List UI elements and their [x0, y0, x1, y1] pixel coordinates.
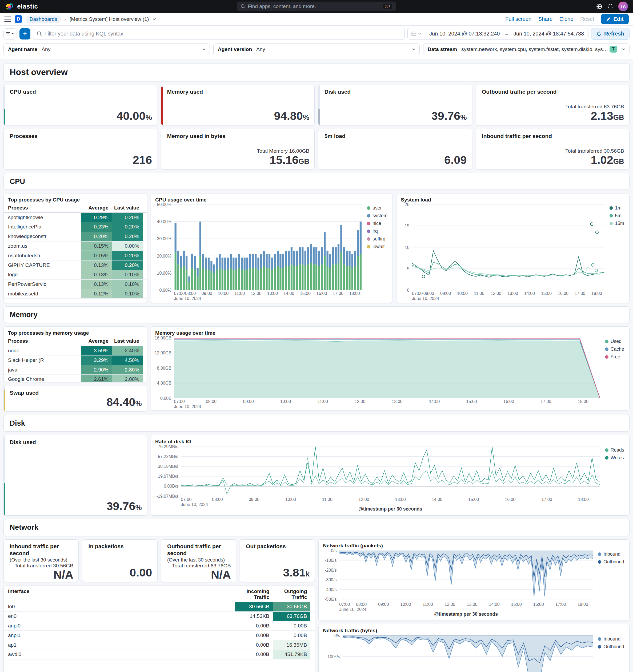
legend-item[interactable]: user	[367, 205, 387, 211]
table-row[interactable]: knowledgeconstr0.20%0.20%	[4, 232, 147, 242]
dashboard-controls: Agent name Any Agent version Any Data st…	[0, 42, 633, 60]
legend-item[interactable]: Writes	[605, 455, 624, 461]
row-name: spotlightknowle	[8, 213, 81, 222]
table-row[interactable]: en014.53KB63.76GB	[4, 612, 314, 621]
elastic-logo[interactable]	[5, 2, 14, 11]
table-row[interactable]: Slack Helper (R3.29%4.50%	[4, 356, 147, 365]
legend-item[interactable]: Outbound	[598, 644, 624, 650]
table-row[interactable]: java2.90%2.80%	[4, 365, 147, 375]
edit-button[interactable]: Edit	[601, 14, 629, 24]
legend-item[interactable]: system	[367, 213, 387, 219]
metric-memory-bytes[interactable]: Memory used in bytes Total Memory 16.00G…	[161, 129, 314, 169]
metric-5m-load[interactable]: 5m load 6.09	[318, 129, 472, 169]
control-agent-version[interactable]: Agent version Any	[213, 43, 420, 55]
legend-item[interactable]: nice	[367, 221, 387, 226]
refresh-button[interactable]: Refresh	[591, 28, 630, 40]
table-row[interactable]: awdl00.00B451.79KB	[4, 650, 314, 659]
legend-item[interactable]: iowait	[367, 244, 387, 249]
kql-input[interactable]	[45, 31, 401, 37]
metric-out-packetloss[interactable]: Out packetloss 3.81k	[240, 539, 315, 582]
system-load-chart[interactable]: 0510152007:00June 10, 202408:0009:0010:0…	[401, 205, 625, 300]
table-row[interactable]: node3.59%2.40%	[4, 346, 147, 356]
table-row[interactable]: Google Chrome2.61%2.00%	[4, 375, 147, 382]
metric-outbound-traffic[interactable]: Outbound traffic per second Total transf…	[476, 85, 630, 125]
legend-item[interactable]: Used	[605, 339, 624, 344]
filter-menu-button[interactable]	[3, 28, 17, 40]
legend-item[interactable]: 15m	[610, 221, 624, 226]
control-data-stream[interactable]: Data stream system.network, system.cpu, …	[423, 43, 630, 55]
row-value: 3.59%	[81, 346, 112, 356]
x-axis-note: @timestamp per 30 seconds	[181, 506, 600, 513]
full-screen-link[interactable]: Full screen	[505, 16, 531, 22]
table-row[interactable]: spotlightknowle0.29%0.20%	[4, 213, 147, 222]
table-row[interactable]: GIPHY CAPTURE0.13%0.20%	[4, 261, 147, 270]
legend-item[interactable]: Inbound	[598, 636, 624, 642]
chart-plot-area[interactable]	[174, 338, 600, 398]
chart-plot-area[interactable]	[174, 205, 362, 290]
breadcrumb-current: [Metrics System] Host overview (1)	[70, 16, 149, 22]
table-row[interactable]: PerfPowerServic0.13%0.10%	[4, 280, 147, 289]
table-row[interactable]: nsattributedstr0.15%0.20%	[4, 251, 147, 261]
chart-plot-area[interactable]	[181, 447, 600, 496]
chart-plot-area[interactable]	[412, 205, 604, 290]
breadcrumb-dashboards[interactable]: Dashboards	[26, 16, 61, 23]
metric-memory-used[interactable]: Memory used 94.80%	[161, 85, 314, 125]
row-name: nsattributedstr	[8, 251, 81, 260]
date-from[interactable]: Jun 10, 2024 @ 07:13:32.240	[425, 31, 504, 37]
reset-link[interactable]: Reset	[580, 16, 594, 22]
notifications-bell-icon[interactable]	[607, 3, 613, 9]
row-value: 14.53KB	[235, 612, 273, 621]
date-to[interactable]: Jun 10, 2024 @ 18:47:54.738	[509, 31, 588, 37]
metric-disk-used[interactable]: Disk used 39.76%	[318, 85, 472, 125]
menu-hamburger-icon[interactable]	[4, 15, 11, 23]
legend-item[interactable]: Free	[605, 354, 624, 360]
control-agent-name[interactable]: Agent name Any	[3, 43, 210, 55]
legend-item[interactable]: Outbound	[598, 559, 624, 565]
table-row[interactable]: lo030.56GB30.56GB	[4, 602, 314, 612]
memory-usage-chart[interactable]: 0.00B4.00GB8.00GB12.00GB16.00GB07:00June…	[155, 338, 625, 408]
metric-in-packetloss[interactable]: In packetloss 0.00	[82, 539, 157, 582]
y-axis-label: 30.00%	[157, 236, 172, 241]
table-row[interactable]: zoom.us0.15%0.00%	[4, 242, 147, 251]
metric-cpu-used[interactable]: CPU used 40.00%	[3, 85, 157, 125]
cpu-usage-chart[interactable]: 0.00%10.00%20.00%30.00%40.00%50.00%07:00…	[155, 205, 388, 300]
table-row[interactable]: logd0.13%0.10%	[4, 270, 147, 280]
global-search[interactable]: Find apps, content, and more. ⌘/	[237, 2, 396, 11]
metric-swap-used[interactable]: Swap used 84.40%	[3, 386, 147, 411]
table-row[interactable]: anpi10.00B0.00B	[4, 631, 314, 640]
page-title: Host overview	[3, 63, 630, 81]
legend-item[interactable]: irq	[367, 229, 387, 234]
help-icon[interactable]	[596, 3, 602, 9]
metric-disk-used-section[interactable]: Disk used 39.76%	[3, 435, 147, 515]
calendar-button[interactable]	[408, 28, 425, 40]
net-bytes-chart[interactable]: 0/s-100k/s-200k/s07:00June 10, 202408:00…	[323, 635, 625, 672]
share-link[interactable]: Share	[538, 16, 553, 22]
y-axis-label: -400/s	[325, 587, 337, 592]
metric-processes[interactable]: Processes 216	[3, 129, 157, 169]
section-title-network: Network	[3, 519, 630, 536]
table-row[interactable]: mobileassetd0.12%0.10%	[4, 289, 147, 299]
metric-inbound-traffic[interactable]: Inbound traffic per second Total transfe…	[476, 129, 630, 169]
chevron-down-icon[interactable]	[152, 17, 156, 21]
add-filter-button[interactable]: +	[20, 28, 31, 40]
legend-item[interactable]: 1m	[610, 205, 624, 211]
chart-legend: InboundOutbound	[596, 635, 625, 672]
table-row[interactable]: anpi00.00B0.00B	[4, 621, 314, 631]
legend-item[interactable]: Reads	[605, 447, 624, 453]
metric-net-inbound[interactable]: Inbound traffic per second (Over the las…	[3, 539, 79, 582]
net-packets-chart[interactable]: 0/s-100/s-200/s-300/s-400/s-500/s07:00Ju…	[323, 551, 625, 618]
legend-item[interactable]: softirq	[367, 236, 387, 242]
chart-plot-area[interactable]	[343, 635, 593, 672]
table-row[interactable]: IntelligencePla0.23%0.20%	[4, 222, 147, 232]
disk-io-chart[interactable]: -19.07MB/s0.00B/s19.07MB/s38.15MB/s57.22…	[155, 447, 625, 513]
legend-item[interactable]: Inbound	[598, 551, 624, 557]
row-name: en0	[8, 612, 235, 621]
avatar[interactable]: TA	[618, 2, 628, 11]
metric-net-outbound[interactable]: Outbound traffic per second (Over the la…	[161, 539, 236, 582]
dashboard-app-badge[interactable]: D	[15, 15, 22, 23]
table-row[interactable]: ap10.00B16.35MB	[4, 640, 314, 650]
legend-item[interactable]: 5m	[610, 213, 624, 219]
clone-link[interactable]: Clone	[559, 16, 573, 22]
legend-item[interactable]: Cache	[605, 346, 624, 352]
chart-plot-area[interactable]	[339, 551, 593, 601]
